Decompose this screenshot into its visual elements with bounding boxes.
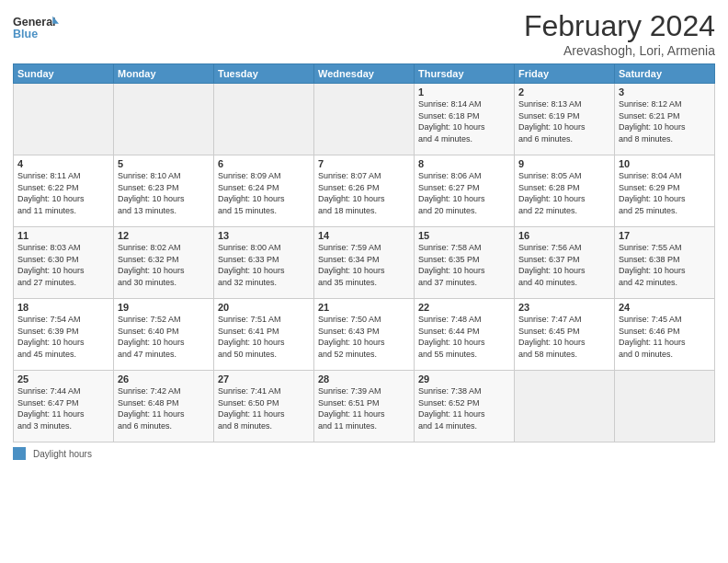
calendar-week-4: 25Sunrise: 7:44 AM Sunset: 6:47 PM Dayli… — [14, 371, 715, 442]
day-number: 7 — [318, 158, 410, 169]
legend-label: Daylight hours — [33, 449, 92, 459]
calendar-cell — [114, 84, 214, 155]
day-info: Sunrise: 8:04 AM Sunset: 6:29 PM Dayligh… — [619, 170, 711, 216]
calendar-cell: 17Sunrise: 7:55 AM Sunset: 6:38 PM Dayli… — [615, 227, 715, 299]
calendar-cell: 8Sunrise: 8:06 AM Sunset: 6:27 PM Daylig… — [415, 155, 515, 227]
day-info: Sunrise: 7:45 AM Sunset: 6:46 PM Dayligh… — [619, 314, 711, 360]
calendar-header-row: SundayMondayTuesdayWednesdayThursdayFrid… — [14, 64, 715, 84]
day-info: Sunrise: 8:07 AM Sunset: 6:26 PM Dayligh… — [318, 170, 410, 216]
main-container: General Blue February 2024 Arevashogh, L… — [0, 0, 728, 465]
calendar-cell: 26Sunrise: 7:42 AM Sunset: 6:48 PM Dayli… — [114, 371, 214, 442]
day-number: 22 — [418, 302, 510, 313]
col-header-monday: Monday — [114, 64, 214, 84]
calendar-cell: 1Sunrise: 8:14 AM Sunset: 6:18 PM Daylig… — [415, 84, 515, 155]
calendar-cell: 15Sunrise: 7:58 AM Sunset: 6:35 PM Dayli… — [415, 227, 515, 299]
calendar-cell — [515, 371, 615, 442]
day-number: 11 — [17, 230, 109, 241]
day-info: Sunrise: 7:58 AM Sunset: 6:35 PM Dayligh… — [418, 242, 510, 288]
day-number: 4 — [17, 158, 109, 169]
col-header-thursday: Thursday — [415, 64, 515, 84]
day-number: 14 — [318, 230, 410, 241]
calendar-cell: 10Sunrise: 8:04 AM Sunset: 6:29 PM Dayli… — [615, 155, 715, 227]
calendar-cell — [615, 371, 715, 442]
day-number: 18 — [17, 302, 109, 313]
day-info: Sunrise: 8:00 AM Sunset: 6:33 PM Dayligh… — [218, 242, 310, 288]
calendar-week-1: 4Sunrise: 8:11 AM Sunset: 6:22 PM Daylig… — [14, 155, 715, 227]
day-info: Sunrise: 7:50 AM Sunset: 6:43 PM Dayligh… — [318, 314, 410, 360]
calendar-cell: 12Sunrise: 8:02 AM Sunset: 6:32 PM Dayli… — [114, 227, 214, 299]
day-number: 15 — [418, 230, 510, 241]
calendar-cell: 9Sunrise: 8:05 AM Sunset: 6:28 PM Daylig… — [515, 155, 615, 227]
calendar-cell: 6Sunrise: 8:09 AM Sunset: 6:24 PM Daylig… — [214, 155, 314, 227]
calendar-cell — [214, 84, 314, 155]
calendar-cell: 14Sunrise: 7:59 AM Sunset: 6:34 PM Dayli… — [314, 227, 415, 299]
day-info: Sunrise: 7:41 AM Sunset: 6:50 PM Dayligh… — [218, 385, 310, 431]
day-number: 26 — [118, 373, 210, 385]
calendar-cell: 11Sunrise: 8:03 AM Sunset: 6:30 PM Dayli… — [14, 227, 114, 299]
day-info: Sunrise: 8:05 AM Sunset: 6:28 PM Dayligh… — [518, 170, 610, 216]
col-header-friday: Friday — [515, 64, 615, 84]
day-number: 3 — [619, 86, 711, 98]
calendar-week-3: 18Sunrise: 7:54 AM Sunset: 6:39 PM Dayli… — [14, 299, 715, 371]
day-number: 24 — [619, 302, 711, 313]
day-number: 13 — [218, 230, 310, 241]
calendar-cell: 22Sunrise: 7:48 AM Sunset: 6:44 PM Dayli… — [415, 299, 515, 371]
col-header-tuesday: Tuesday — [214, 64, 314, 84]
header: General Blue February 2024 Arevashogh, L… — [13, 9, 715, 58]
day-info: Sunrise: 8:11 AM Sunset: 6:22 PM Dayligh… — [17, 170, 109, 216]
title-block: February 2024 Arevashogh, Lori, Armenia — [524, 9, 715, 58]
day-number: 9 — [518, 158, 610, 169]
day-info: Sunrise: 7:48 AM Sunset: 6:44 PM Dayligh… — [418, 314, 510, 360]
day-number: 2 — [518, 86, 610, 98]
day-info: Sunrise: 8:06 AM Sunset: 6:27 PM Dayligh… — [418, 170, 510, 216]
day-info: Sunrise: 8:13 AM Sunset: 6:19 PM Dayligh… — [518, 98, 610, 144]
svg-text:General: General — [13, 16, 56, 29]
col-header-sunday: Sunday — [14, 64, 114, 84]
day-info: Sunrise: 8:09 AM Sunset: 6:24 PM Dayligh… — [218, 170, 310, 216]
day-number: 12 — [118, 230, 210, 241]
calendar-cell: 20Sunrise: 7:51 AM Sunset: 6:41 PM Dayli… — [214, 299, 314, 371]
day-info: Sunrise: 7:39 AM Sunset: 6:51 PM Dayligh… — [318, 385, 410, 431]
svg-text:Blue: Blue — [13, 28, 38, 40]
day-number: 28 — [318, 373, 410, 385]
calendar-cell — [14, 84, 114, 155]
day-info: Sunrise: 8:03 AM Sunset: 6:30 PM Dayligh… — [17, 242, 109, 288]
calendar-cell: 16Sunrise: 7:56 AM Sunset: 6:37 PM Dayli… — [515, 227, 615, 299]
calendar-cell: 3Sunrise: 8:12 AM Sunset: 6:21 PM Daylig… — [615, 84, 715, 155]
day-number: 16 — [518, 230, 610, 241]
day-info: Sunrise: 7:59 AM Sunset: 6:34 PM Dayligh… — [318, 242, 410, 288]
logo: General Blue — [13, 9, 59, 46]
calendar-cell: 23Sunrise: 7:47 AM Sunset: 6:45 PM Dayli… — [515, 299, 615, 371]
day-info: Sunrise: 7:44 AM Sunset: 6:47 PM Dayligh… — [17, 385, 109, 431]
day-info: Sunrise: 8:02 AM Sunset: 6:32 PM Dayligh… — [118, 242, 210, 288]
day-number: 25 — [17, 373, 109, 385]
day-info: Sunrise: 7:47 AM Sunset: 6:45 PM Dayligh… — [518, 314, 610, 360]
calendar-week-2: 11Sunrise: 8:03 AM Sunset: 6:30 PM Dayli… — [14, 227, 715, 299]
calendar-cell — [314, 84, 415, 155]
day-number: 23 — [518, 302, 610, 313]
calendar-cell: 24Sunrise: 7:45 AM Sunset: 6:46 PM Dayli… — [615, 299, 715, 371]
day-number: 19 — [118, 302, 210, 313]
calendar-cell: 5Sunrise: 8:10 AM Sunset: 6:23 PM Daylig… — [114, 155, 214, 227]
calendar-cell: 4Sunrise: 8:11 AM Sunset: 6:22 PM Daylig… — [14, 155, 114, 227]
day-number: 20 — [218, 302, 310, 313]
svg-marker-2 — [52, 17, 59, 24]
day-number: 5 — [118, 158, 210, 169]
calendar-cell: 18Sunrise: 7:54 AM Sunset: 6:39 PM Dayli… — [14, 299, 114, 371]
calendar-cell: 25Sunrise: 7:44 AM Sunset: 6:47 PM Dayli… — [14, 371, 114, 442]
month-title: February 2024 — [524, 9, 715, 43]
day-number: 29 — [418, 373, 510, 385]
day-info: Sunrise: 7:54 AM Sunset: 6:39 PM Dayligh… — [17, 314, 109, 360]
day-number: 1 — [418, 86, 510, 98]
calendar-cell: 7Sunrise: 8:07 AM Sunset: 6:26 PM Daylig… — [314, 155, 415, 227]
calendar-cell: 27Sunrise: 7:41 AM Sunset: 6:50 PM Dayli… — [214, 371, 314, 442]
day-info: Sunrise: 8:12 AM Sunset: 6:21 PM Dayligh… — [619, 98, 711, 144]
calendar-cell: 2Sunrise: 8:13 AM Sunset: 6:19 PM Daylig… — [515, 84, 615, 155]
calendar-week-0: 1Sunrise: 8:14 AM Sunset: 6:18 PM Daylig… — [14, 84, 715, 155]
calendar-cell: 13Sunrise: 8:00 AM Sunset: 6:33 PM Dayli… — [214, 227, 314, 299]
day-info: Sunrise: 7:38 AM Sunset: 6:52 PM Dayligh… — [418, 385, 510, 431]
calendar-cell: 28Sunrise: 7:39 AM Sunset: 6:51 PM Dayli… — [314, 371, 415, 442]
day-info: Sunrise: 7:42 AM Sunset: 6:48 PM Dayligh… — [118, 385, 210, 431]
col-header-wednesday: Wednesday — [314, 64, 415, 84]
day-info: Sunrise: 7:56 AM Sunset: 6:37 PM Dayligh… — [518, 242, 610, 288]
